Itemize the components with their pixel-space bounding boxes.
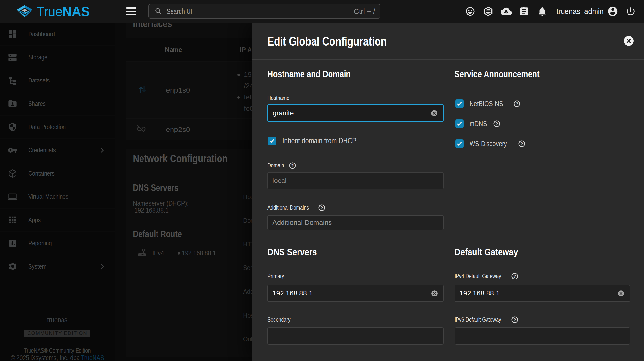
clear-hostname-icon[interactable] <box>431 110 438 117</box>
search-shortcut: Ctrl + / <box>354 8 375 16</box>
mdns-checkbox[interactable] <box>455 119 464 128</box>
hostname-input-wrap <box>268 104 444 122</box>
primary-dns-label: Primary <box>268 273 284 279</box>
truenas-logo-text: TrueNAS <box>36 5 90 18</box>
search-icon <box>154 7 163 16</box>
additional-domains-label: Additional Domains <box>268 204 309 211</box>
username-label[interactable]: truenas_admin <box>556 8 604 16</box>
clear-primary-dns-icon[interactable] <box>431 290 438 297</box>
ipv4-gateway-input[interactable] <box>455 289 618 297</box>
ipv6-gateway-input-wrap <box>454 327 630 344</box>
inherit-domain-label: Inherit domain from DHCP <box>282 136 356 145</box>
topbar-actions: truenas_admin <box>464 0 644 23</box>
svg-text:?: ? <box>520 141 523 146</box>
feedback-smiley-icon[interactable] <box>464 6 476 17</box>
mdns-label: mDNS <box>470 119 487 128</box>
truecommand-icon[interactable] <box>482 6 494 17</box>
netbios-label: NetBIOS-NS <box>470 100 503 108</box>
help-icon[interactable]: ? <box>289 162 296 169</box>
help-icon[interactable]: ? <box>318 204 325 211</box>
svg-text:?: ? <box>496 121 498 126</box>
hostname-label: Hostname <box>268 95 290 102</box>
close-icon[interactable] <box>624 36 634 46</box>
netbios-checkbox[interactable] <box>455 100 464 108</box>
hostname-input[interactable] <box>268 109 431 117</box>
ipv4-gateway-label: IPv4 Default Gateway <box>454 273 501 279</box>
ipv4-gateway-input-wrap <box>454 285 630 302</box>
user-avatar-icon[interactable] <box>607 6 618 17</box>
inherit-domain-checkbox[interactable] <box>268 137 276 145</box>
additional-domains-input-wrap <box>268 215 444 230</box>
help-icon[interactable]: ? <box>518 140 525 147</box>
ipv6-gateway-input[interactable] <box>455 332 630 340</box>
additional-domains-input[interactable] <box>268 219 443 227</box>
ipv6-gateway-label: IPv6 Default Gateway <box>454 316 501 323</box>
dialog-title: Edit Global Configuration <box>268 35 386 48</box>
help-icon[interactable]: ? <box>511 316 518 323</box>
secondary-dns-input[interactable] <box>268 332 443 340</box>
menu-toggle-icon[interactable] <box>126 8 136 15</box>
edit-global-configuration-dialog: Edit Global Configuration Hostname and D… <box>252 23 644 361</box>
inherit-domain-checkbox-row: Inherit domain from DHCP <box>268 136 375 145</box>
section-default-gateway: Default Gateway <box>454 247 518 258</box>
section-hostname-and-domain: Hostname and Domain <box>268 69 351 80</box>
domain-input-wrap <box>268 172 444 189</box>
jobs-clipboard-icon[interactable] <box>518 6 530 17</box>
primary-dns-input-wrap <box>268 285 444 302</box>
topbar: TrueNAS Ctrl + / <box>0 0 644 23</box>
truenas-cloud-icon[interactable] <box>500 6 512 17</box>
svg-text:?: ? <box>291 163 294 168</box>
wsdiscovery-label: WS-Discovery <box>470 139 507 148</box>
dialog-header-divider <box>252 59 644 60</box>
svg-text:?: ? <box>516 102 518 106</box>
global-search: Ctrl + / <box>148 4 380 19</box>
alerts-bell-icon[interactable] <box>536 6 548 17</box>
section-service-announcement: Service Announcement <box>454 69 540 80</box>
dialog-header: Edit Global Configuration <box>268 35 416 48</box>
help-icon[interactable]: ? <box>494 120 500 127</box>
power-icon[interactable] <box>625 6 636 17</box>
section-dns-servers: DNS Servers <box>268 247 317 258</box>
wsdiscovery-checkbox-row: WS-Discovery ? <box>455 139 525 148</box>
svg-text:?: ? <box>514 317 516 322</box>
netbios-checkbox-row: NetBIOS-NS ? <box>455 100 520 108</box>
help-icon[interactable]: ? <box>511 273 518 279</box>
clear-ipv4-gateway-icon[interactable] <box>618 290 624 297</box>
wsdiscovery-checkbox[interactable] <box>455 139 464 148</box>
primary-dns-input[interactable] <box>268 289 431 297</box>
truenas-logo[interactable]: TrueNAS <box>16 5 90 18</box>
svg-text:?: ? <box>320 205 323 210</box>
secondary-dns-label: Secondary <box>268 316 290 323</box>
mdns-checkbox-row: mDNS ? <box>455 119 500 128</box>
secondary-dns-input-wrap <box>268 327 444 344</box>
domain-label: Domain <box>268 162 284 169</box>
domain-input[interactable] <box>268 177 443 185</box>
help-icon[interactable]: ? <box>514 101 520 107</box>
svg-text:?: ? <box>514 274 516 278</box>
truenas-logo-icon <box>16 5 33 18</box>
search-input[interactable] <box>166 7 312 16</box>
